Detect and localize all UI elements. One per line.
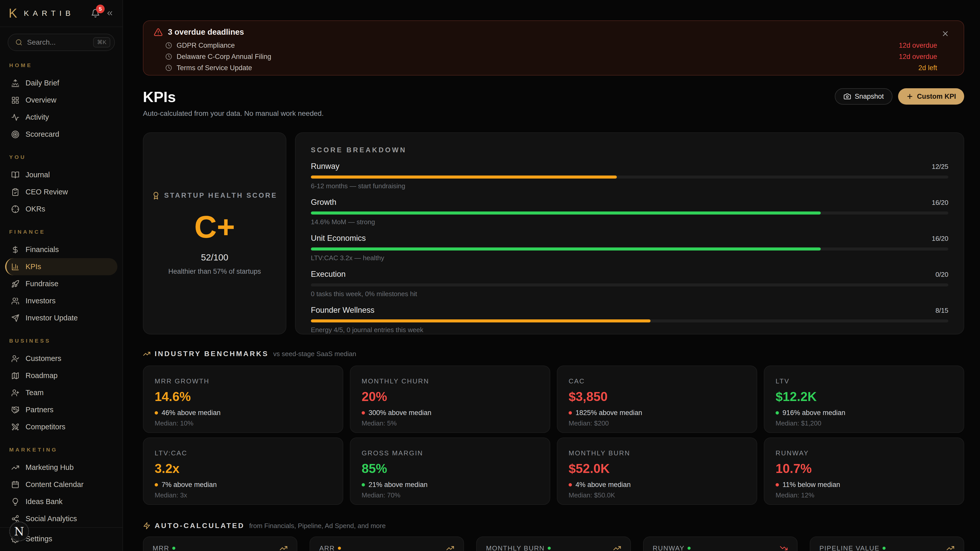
rocket-icon [11,280,19,288]
search-shortcut: ⌘K [93,37,110,48]
health-score-caption: Healthier than 57% of startups [168,268,261,275]
sidebar-item-financials[interactable]: Financials [5,241,118,258]
user-plus-icon [11,389,19,397]
collapse-sidebar-button[interactable] [106,9,114,17]
sidebar-item-partners[interactable]: Partners [5,401,118,418]
kpi-label: MRR [153,545,169,551]
search-placeholder: Search... [27,38,89,46]
sidebar-item-okrs[interactable]: OKRs [5,200,118,218]
alert-item-label: Delaware C-Corp Annual Filing [177,53,271,61]
alert-item-label: Terms of Service Update [177,64,252,72]
sidebar-item-team[interactable]: Team [5,384,118,401]
progress-fill [311,248,821,251]
nav-section-marketing: MARKETING [9,447,118,453]
dismiss-alert-button[interactable] [941,30,950,38]
sidebar-item-investors[interactable]: Investors [5,292,118,310]
score-row-value: 0/20 [935,271,948,279]
sidebar-item-content-calendar[interactable]: Content Calendar [5,476,118,493]
layout-grid-icon [11,96,19,104]
sidebar-item-ceo-review[interactable]: CEO Review [5,183,118,200]
dollar-icon [11,246,19,254]
score-breakdown-title: SCORE BREAKDOWN [311,146,948,154]
kpi-card-pipeline-value[interactable]: PIPELINE VALUE [810,537,964,551]
benchmarks-subtitle: vs seed-stage SaaS median [273,350,356,358]
clipboard-check-icon [11,188,19,196]
benchmark-median: Median: 12% [776,491,953,499]
sidebar-header: K KARTIB 5 [0,0,123,27]
target-icon [11,130,19,138]
sidebar-item-daily-brief[interactable]: Daily Brief [5,75,118,92]
benchmark-card-monthly-churn: MONTHLY CHURN 20% 300% above median Medi… [350,365,550,433]
nav-section-finance: FINANCE [9,229,118,235]
clock-icon [165,42,172,49]
sidebar-item-marketing-hub[interactable]: Marketing Hub [5,459,118,476]
progress-fill [311,211,821,214]
status-dot [338,547,341,550]
progress-track [311,319,948,322]
auto-calculated-title: AUTO-CALCULATED [155,522,245,530]
status-dot [362,483,365,486]
status-dot [883,547,886,550]
sidebar-item-activity[interactable]: Activity [5,109,118,126]
benchmark-median: Median: $200 [569,419,746,427]
kpi-card-mrr[interactable]: MRR [143,537,298,551]
camera-icon [843,93,851,100]
kpi-card-arr[interactable]: ARR [310,537,464,551]
map-icon [11,372,19,380]
kpi-card-runway[interactable]: RUNWAY [643,537,797,551]
sidebar-item-customers[interactable]: Customers [5,350,118,367]
sidebar-item-label: Customers [25,354,61,363]
sidebar-item-label: Overview [25,96,56,104]
sunrise-icon [11,79,19,87]
benchmark-label: GROSS MARGIN [362,449,538,457]
score-row-caption: 6-12 months — start fundraising [311,182,948,190]
score-row-founder-wellness: Founder Wellness8/15 Energy 4/5, 0 journ… [311,306,948,334]
sidebar-item-journal[interactable]: Journal [5,166,118,183]
status-dot [776,483,779,486]
sidebar-item-scorecard[interactable]: Scorecard [5,126,118,143]
benchmark-delta: 4% above median [576,481,631,489]
page-subtitle: Auto-calculated from your data. No manua… [143,110,324,118]
benchmark-delta: 300% above median [369,409,431,417]
sidebar-item-label: Journal [25,171,50,179]
custom-kpi-button[interactable]: Custom KPI [898,88,964,105]
crosshair-icon [11,205,19,213]
score-row-execution: Execution0/20 0 tasks this week, 0% mile… [311,270,948,298]
clock-icon [165,65,172,71]
alert-triangle-icon [154,27,163,37]
sidebar-item-overview[interactable]: Overview [5,92,118,109]
search-input[interactable]: Search... ⌘K [8,34,115,51]
sidebar-item-label: OKRs [25,205,45,213]
app-title: KARTIB [24,9,74,17]
sidebar-item-label: Team [25,389,44,397]
progress-fill [311,319,651,322]
sidebar-item-ideas-bank[interactable]: Ideas Bank [5,493,118,510]
benchmark-value: $12.2K [776,390,953,404]
status-dot [548,547,551,550]
sidebar-item-competitors[interactable]: Competitors [5,418,118,435]
score-row-label: Execution [311,270,345,279]
nav-section-home: HOME [9,62,118,68]
sidebar-item-label: KPIs [25,262,41,271]
benchmarks-header: INDUSTRY BENCHMARKS vs seed-stage SaaS m… [143,350,964,358]
alert-item[interactable]: Terms of Service Update 2d left [165,63,953,73]
close-icon [941,30,950,38]
notifications-button[interactable]: 5 [91,9,100,18]
trending-up-icon [11,464,19,472]
zap-icon [143,522,151,530]
sidebar-item-investor-update[interactable]: Investor Update [5,310,118,327]
kpi-label: RUNWAY [653,545,685,551]
sidebar-item-roadmap[interactable]: Roadmap [5,367,118,384]
score-row-caption: 14.6% MoM — strong [311,218,948,226]
kpi-card-monthly-burn[interactable]: MONTHLY BURN [476,537,631,551]
status-dot [155,411,158,414]
sidebar-item-fundraise[interactable]: Fundraise [5,275,118,292]
alert-item[interactable]: Delaware C-Corp Annual Filing 12d overdu… [165,52,953,61]
chevrons-left-icon [106,9,114,17]
snapshot-button[interactable]: Snapshot [835,88,892,105]
health-score-value: 52/100 [201,252,228,262]
progress-fill [311,176,617,179]
progress-track [311,248,948,251]
sidebar-item-kpis[interactable]: KPIs [5,258,118,275]
alert-item[interactable]: GDPR Compliance 12d overdue [165,41,953,50]
